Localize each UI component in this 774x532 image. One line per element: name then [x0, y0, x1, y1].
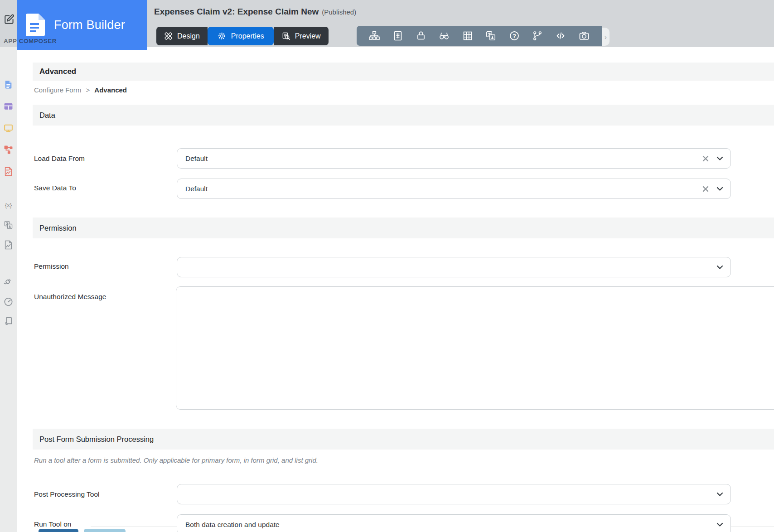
builder-title: Form Builder — [54, 18, 125, 32]
variable-icon-text: {x} — [5, 202, 12, 208]
field-label-save-data-to: Save Data To — [34, 184, 76, 192]
field-label-run-tool-on: Run Tool on — [34, 520, 71, 528]
tab-preview-label: Preview — [295, 32, 321, 40]
performance-icon[interactable] — [4, 297, 13, 306]
field-label-permission: Permission — [34, 262, 69, 271]
save-data-to-select[interactable]: Default — [177, 179, 731, 199]
page-title-bar: Advanced — [33, 63, 774, 81]
svg-text:?: ? — [513, 33, 516, 39]
toolbar-expand-tab[interactable]: › — [602, 28, 610, 46]
chevron-down-icon[interactable] — [716, 187, 723, 191]
chevron-down-icon[interactable] — [716, 522, 723, 527]
binoculars-icon[interactable] — [439, 30, 450, 41]
form-builder-icon[interactable] — [4, 80, 13, 89]
plugin-icon[interactable] — [4, 276, 13, 286]
section-header-data: Data — [33, 105, 774, 126]
form-builder-window: APP COMPOSER Expenses Claim v2: Expense … — [0, 0, 774, 532]
process-builder-icon[interactable] — [4, 145, 13, 155]
gear-icon — [217, 31, 227, 41]
breadcrumb-separator: > — [86, 86, 90, 94]
mode-tabs: Design Properties — [156, 27, 329, 45]
translate-icon[interactable] — [4, 220, 13, 230]
document-icon — [26, 14, 45, 36]
section-header-post-processing: Post Form Submission Processing — [33, 429, 774, 450]
field-label-load-data-from: Load Data From — [34, 155, 85, 163]
code-icon[interactable] — [555, 30, 566, 41]
section-header-permission: Permission — [33, 218, 774, 238]
help-icon[interactable]: ? — [509, 30, 520, 41]
run-tool-on-value: Both data creation and update — [185, 521, 716, 529]
notes-icon[interactable] — [4, 316, 13, 325]
tab-preview[interactable]: Preview — [274, 27, 329, 45]
preview-icon — [281, 32, 290, 41]
report-builder-icon[interactable] — [4, 167, 13, 176]
load-data-from-select[interactable]: Default — [177, 148, 731, 169]
form-details-icon[interactable] — [392, 30, 403, 41]
properties-panel: Advanced Configure Form > Advanced Data … — [17, 47, 774, 532]
branch-icon[interactable] — [532, 30, 543, 41]
breadcrumb-root[interactable]: Configure Form — [34, 86, 81, 94]
run-tool-on-select[interactable]: Both data creation and update — [177, 514, 731, 532]
section-title: Permission — [39, 224, 77, 232]
footer-button-stub-secondary[interactable] — [84, 529, 126, 532]
breadcrumb: Configure Form > Advanced — [34, 86, 127, 94]
chevron-right-icon: › — [605, 33, 607, 41]
save-data-to-value: Default — [185, 185, 702, 193]
form-title: Expenses Claim v2: Expense Claim New(Pub… — [154, 7, 356, 17]
chevron-down-icon[interactable] — [716, 265, 723, 270]
userview-builder-icon[interactable] — [4, 123, 13, 133]
builder-toolbar: ? — [357, 26, 602, 46]
tab-properties[interactable]: Properties — [208, 27, 274, 45]
section-title: Post Form Submission Processing — [39, 435, 154, 444]
field-label-unauthorized-message: Unauthorized Message — [34, 293, 106, 301]
builder-sidebar: {x} — [0, 47, 17, 532]
edit-pencil-icon[interactable] — [4, 13, 15, 25]
lock-icon[interactable] — [416, 30, 426, 41]
sidebar-divider — [3, 186, 14, 186]
app-composer-label: APP COMPOSER — [4, 38, 57, 44]
design-icon — [164, 32, 173, 40]
camera-icon[interactable] — [579, 30, 590, 41]
resources-icon[interactable] — [4, 240, 13, 250]
tab-design-label: Design — [177, 32, 200, 40]
section-title: Data — [39, 111, 55, 120]
footer-button-stub-primary[interactable] — [39, 529, 78, 532]
tab-design[interactable]: Design — [156, 27, 208, 45]
unauthorized-message-textarea[interactable] — [176, 286, 774, 410]
chevron-down-icon[interactable] — [716, 492, 723, 497]
clear-icon[interactable] — [702, 155, 709, 162]
section-note: Run a tool after a form is submitted. On… — [34, 456, 318, 464]
variable-icon[interactable]: {x} — [4, 200, 13, 210]
clear-icon[interactable] — [702, 186, 709, 192]
translate-icon[interactable] — [485, 30, 496, 41]
app-header: APP COMPOSER Expenses Claim v2: Expense … — [0, 0, 774, 47]
post-processing-tool-select[interactable] — [177, 484, 731, 504]
tab-properties-label: Properties — [231, 32, 264, 40]
permission-select[interactable] — [177, 257, 731, 277]
grid-icon[interactable] — [462, 30, 473, 41]
chevron-down-icon[interactable] — [716, 156, 723, 161]
datalist-builder-icon[interactable] — [4, 102, 13, 111]
page-title: Advanced — [39, 67, 76, 76]
load-data-from-value: Default — [185, 155, 702, 163]
sitemap-icon[interactable] — [369, 30, 380, 41]
publish-status: (Published) — [322, 8, 356, 16]
form-title-text: Expenses Claim v2: Expense Claim New — [154, 7, 319, 16]
field-label-post-processing-tool: Post Processing Tool — [34, 490, 99, 498]
breadcrumb-current: Advanced — [94, 86, 127, 94]
